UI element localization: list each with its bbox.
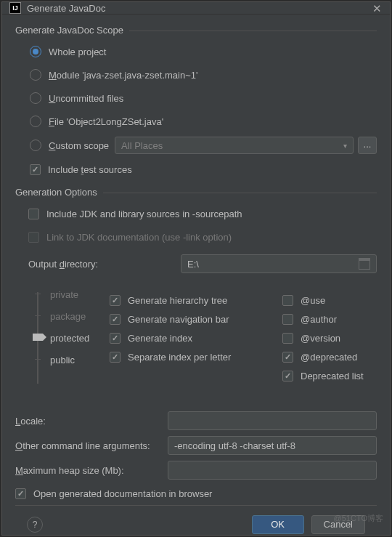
other-args-label: Other command line arguments: <box>15 440 168 451</box>
radio-label: Uncommitted files <box>49 93 123 104</box>
checkbox-icon <box>110 314 121 325</box>
radio-icon <box>30 116 41 127</box>
checkbox-icon <box>282 314 293 325</box>
radio-icon <box>30 92 41 104</box>
radio-module[interactable]: Module 'java-zset.java-zset.main~1' <box>30 67 377 83</box>
sep-index-checkbox[interactable]: Separate index per letter <box>110 350 282 363</box>
open-browser-checkbox[interactable]: Open generated documentation in browser <box>15 485 377 501</box>
checkbox-icon <box>110 352 121 363</box>
include-jdk-checkbox[interactable]: Include JDK and library sources in -sour… <box>28 206 377 222</box>
deprecated-checkbox[interactable]: @deprecated <box>282 350 377 363</box>
titlebar: IJ Generate JavaDoc ✕ <box>2 2 390 15</box>
slider-label-package: package <box>50 311 86 322</box>
dialog-title: Generate JavaDoc <box>27 3 371 14</box>
dialog-footer: ? OK Cancel <box>15 505 377 537</box>
heap-input[interactable] <box>168 461 377 480</box>
checkbox-label: @author <box>301 314 337 325</box>
visibility-slider[interactable]: private package protected public <box>15 288 110 388</box>
checkbox-label: Separate index per letter <box>128 352 231 363</box>
hierarchy-checkbox[interactable]: Generate hierarchy tree <box>110 294 282 307</box>
checkbox-label: Generate navigation bar <box>128 314 229 325</box>
checkbox-label: Generate hierarchy tree <box>128 295 227 306</box>
radio-icon <box>30 140 41 151</box>
ok-button[interactable]: OK <box>252 515 304 534</box>
radio-label: Custom scope <box>49 140 109 151</box>
checkbox-label: @deprecated <box>301 352 357 363</box>
checkbox-label: Include JDK and library sources in -sour… <box>46 209 242 219</box>
app-icon: IJ <box>9 2 21 14</box>
checkbox-icon <box>282 333 293 344</box>
custom-scope-browse-button[interactable]: ... <box>358 137 377 154</box>
checkbox-icon <box>110 295 121 306</box>
custom-scope-combo[interactable]: All Places <box>115 137 354 154</box>
close-icon[interactable]: ✕ <box>371 2 383 14</box>
locale-label: Locale: <box>15 416 168 427</box>
radio-file[interactable]: File 'Object2LongZSet.java' <box>30 113 377 129</box>
radio-uncommitted[interactable]: Uncommitted files <box>30 90 377 106</box>
checkbox-label: @use <box>301 295 325 306</box>
radio-icon <box>30 46 41 57</box>
checkbox-icon <box>30 164 41 175</box>
radio-label: Whole project <box>49 47 106 57</box>
radio-icon <box>30 69 41 81</box>
radio-whole-project[interactable]: Whole project <box>30 44 377 60</box>
watermark: @51CTO博客 <box>334 513 383 524</box>
checkbox-icon <box>282 352 293 363</box>
output-dir-input[interactable]: E:\ <box>181 254 377 273</box>
checkbox-label: @version <box>301 333 340 344</box>
checkbox-label: Generate index <box>128 333 192 344</box>
index-checkbox[interactable]: Generate index <box>110 331 282 344</box>
checkbox-label: Link to JDK documentation (use -link opt… <box>46 232 232 243</box>
slider-label-private: private <box>50 289 78 300</box>
radio-custom-scope[interactable]: Custom scope All Places ... <box>30 137 377 154</box>
checkbox-label: Include test sources <box>48 164 132 175</box>
slider-label-protected: protected <box>50 333 89 344</box>
checkbox-icon <box>282 371 293 381</box>
scope-group-label: Generate JavaDoc Scope <box>15 25 377 36</box>
generation-group-label: Generation Options <box>15 187 377 198</box>
checkbox-icon <box>110 333 121 344</box>
include-tests-checkbox[interactable]: Include test sources <box>30 161 377 177</box>
link-jdk-checkbox: Link to JDK documentation (use -link opt… <box>28 229 377 245</box>
checkbox-icon <box>15 488 26 499</box>
checkbox-icon <box>282 295 293 306</box>
slider-label-public: public <box>50 355 75 366</box>
dialog-window: IJ Generate JavaDoc ✕ Generate JavaDoc S… <box>1 1 391 536</box>
use-checkbox[interactable]: @use <box>282 294 377 307</box>
checkbox-label: Open generated documentation in browser <box>33 488 212 499</box>
radio-label: File 'Object2LongZSet.java' <box>49 116 163 127</box>
version-checkbox[interactable]: @version <box>282 331 377 344</box>
deprecated-list-checkbox[interactable]: Deprecated list <box>282 369 377 382</box>
navbar-checkbox[interactable]: Generate navigation bar <box>110 312 282 326</box>
output-dir-label: Output directory: <box>28 259 181 270</box>
other-args-input[interactable]: -encoding utf-8 -charset utf-8 <box>168 436 377 455</box>
slider-thumb-icon[interactable] <box>33 334 43 341</box>
radio-label: Module 'java-zset.java-zset.main~1' <box>49 70 198 81</box>
author-checkbox[interactable]: @author <box>282 312 377 326</box>
heap-label: Maximum heap size (Mb): <box>15 465 168 476</box>
locale-input[interactable] <box>168 411 377 430</box>
checkbox-icon <box>28 209 39 219</box>
help-button[interactable]: ? <box>27 517 43 533</box>
checkbox-label: Deprecated list <box>301 371 364 381</box>
checkbox-icon <box>28 232 39 243</box>
